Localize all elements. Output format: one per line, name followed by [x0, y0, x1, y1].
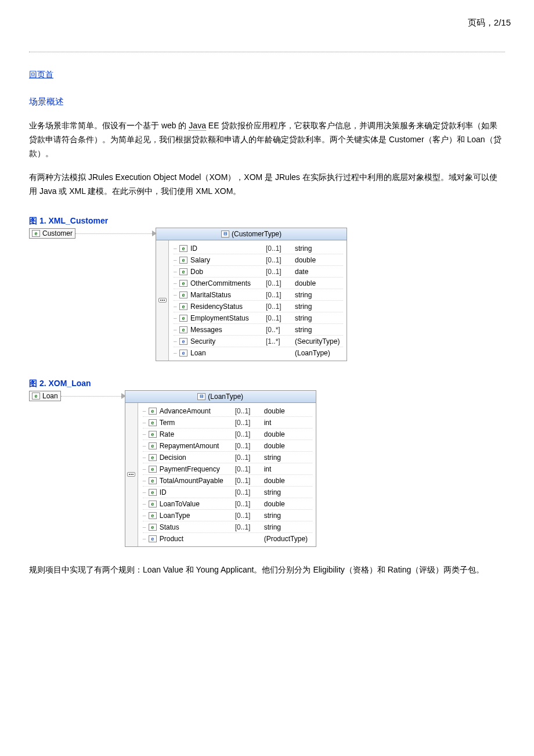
- field-name: ResidencyStatus: [190, 303, 266, 311]
- schema-field-row: –eID[0..1]string: [143, 487, 312, 498]
- field-cardinality: [0..1]: [235, 430, 264, 438]
- tree-branch-icon: –: [143, 536, 149, 542]
- tree-branch-icon: –: [143, 420, 149, 426]
- field-name: Messages: [190, 326, 266, 334]
- paragraph-3: 规则项目中实现了有两个规则：Loan Value 和 Young Applica…: [29, 563, 505, 577]
- arrow-connector: [75, 228, 156, 239]
- section-heading: 场景概述: [29, 96, 505, 107]
- field-type: string: [264, 512, 312, 520]
- figure1-type-table: ⊟ (CustomerType) –eID[0..1]string–eSalar…: [156, 228, 347, 361]
- figure1-root-element: e Customer: [29, 228, 75, 239]
- schema-field-row: –eStatus[0..1]string: [143, 521, 312, 533]
- tree-branch-icon: –: [143, 431, 149, 437]
- tree-branch-icon: –: [174, 292, 179, 298]
- tree-branch-icon: –: [143, 443, 149, 449]
- field-type: (LoanType): [295, 349, 343, 357]
- element-icon: e: [179, 257, 187, 264]
- field-cardinality: [0..1]: [266, 268, 295, 276]
- schema-field-row: –eDob[0..1]date: [174, 266, 343, 278]
- schema-field-row: –eProduct(ProductType): [143, 533, 312, 544]
- field-name: PaymentFrequency: [160, 465, 235, 473]
- schema-field-row: –eResidencyStatus[0..1]string: [174, 301, 343, 312]
- element-icon: e: [179, 315, 187, 322]
- field-type: double: [264, 500, 312, 508]
- field-cardinality: [1..*]: [266, 337, 295, 345]
- field-cardinality: [0..1]: [266, 303, 295, 311]
- field-type: int: [264, 419, 312, 427]
- schema-field-row: –eSecurity[1..*](SecurityType): [174, 336, 343, 347]
- field-name: Decision: [160, 453, 235, 462]
- field-name: ID: [190, 244, 266, 253]
- schema-field-row: –eRepaymentAmount[0..1]double: [143, 440, 312, 452]
- field-type: string: [264, 523, 312, 531]
- field-name: MaritalStatus: [190, 291, 266, 299]
- field-cardinality: [0..1]: [235, 453, 264, 462]
- field-type: string: [264, 488, 312, 496]
- paragraph-1: 业务场景非常简单。假设有一个基于 web 的 Java EE 贷款报价应用程序，…: [29, 119, 505, 160]
- element-icon: e: [32, 393, 40, 399]
- schema-field-row: –ePaymentFrequency[0..1]int: [143, 463, 312, 475]
- figure1-type-name: (CustomerType): [232, 230, 282, 238]
- field-cardinality: [0..1]: [235, 442, 264, 450]
- field-type: (ProductType): [264, 535, 312, 543]
- field-name: Rate: [160, 430, 235, 438]
- figure2-type-header: ⊟ (LoanType): [125, 391, 316, 403]
- tree-branch-icon: –: [174, 257, 179, 263]
- figure2-caption: 图 2. XOM_Loan: [29, 379, 505, 389]
- field-cardinality: [0..1]: [266, 244, 295, 253]
- tree-branch-icon: –: [143, 466, 149, 472]
- element-icon: e: [149, 419, 157, 426]
- tree-branch-icon: –: [143, 408, 149, 414]
- field-name: EmploymentStatus: [190, 314, 266, 322]
- java-underlined: Java: [189, 121, 206, 131]
- schema-field-row: –eTotalAmountPayable[0..1]double: [143, 475, 312, 487]
- field-type: string: [295, 303, 343, 311]
- element-icon: e: [149, 466, 157, 473]
- element-icon: e: [32, 230, 40, 237]
- field-name: RepaymentAmount: [160, 442, 235, 450]
- field-type: double: [264, 430, 312, 438]
- element-icon: e: [149, 442, 157, 449]
- type-icon: ⊟: [221, 231, 229, 237]
- field-cardinality: [0..1]: [235, 477, 264, 485]
- figure1-caption: 图 1. XML_Customer: [29, 216, 505, 226]
- back-to-top-link[interactable]: 回页首: [29, 70, 53, 80]
- field-name: Status: [160, 523, 235, 531]
- field-type: double: [264, 442, 312, 450]
- schema-field-row: –eRate[0..1]double: [143, 429, 312, 440]
- field-type: (SecurityType): [295, 337, 343, 345]
- element-icon: e: [149, 501, 157, 507]
- tree-branch-icon: –: [143, 478, 149, 484]
- tree-branch-icon: –: [143, 455, 149, 460]
- tree-branch-icon: –: [174, 350, 179, 356]
- figure1-root-label: Customer: [42, 229, 73, 237]
- divider: [29, 52, 505, 52]
- figure2-diagram: e Loan ⊟ (LoanType) –eAdvanceAmount[0..1…: [29, 390, 505, 547]
- field-type: double: [264, 477, 312, 485]
- tree-branch-icon: –: [174, 304, 179, 309]
- sequence-handle: [156, 240, 169, 361]
- field-cardinality: [0..1]: [266, 279, 295, 287]
- element-icon: e: [149, 512, 157, 519]
- field-cardinality: [0..1]: [235, 500, 264, 508]
- element-icon: e: [179, 245, 187, 252]
- field-name: Dob: [190, 268, 266, 276]
- figure2-root-label: Loan: [42, 392, 58, 400]
- field-name: LoanType: [160, 512, 235, 520]
- schema-field-row: –eOtherCommitments[0..1]double: [174, 278, 343, 289]
- schema-field-row: –eLoan(LoanType): [174, 347, 343, 358]
- schema-field-row: –eMaritalStatus[0..1]string: [174, 289, 343, 301]
- tree-branch-icon: –: [143, 501, 149, 507]
- field-type: int: [264, 465, 312, 473]
- schema-field-row: –eMessages[0..*]string: [174, 324, 343, 336]
- field-cardinality: [0..*]: [266, 326, 295, 334]
- tree-branch-icon: –: [143, 513, 149, 519]
- schema-field-row: –eSalary[0..1]double: [174, 254, 343, 266]
- element-icon: e: [179, 303, 187, 310]
- schema-field-row: –eDecision[0..1]string: [143, 452, 312, 463]
- tree-branch-icon: –: [174, 339, 179, 344]
- field-cardinality: [0..1]: [235, 419, 264, 427]
- field-cardinality: [0..1]: [266, 256, 295, 264]
- schema-field-row: –eLoanType[0..1]string: [143, 510, 312, 521]
- element-icon: e: [149, 454, 157, 461]
